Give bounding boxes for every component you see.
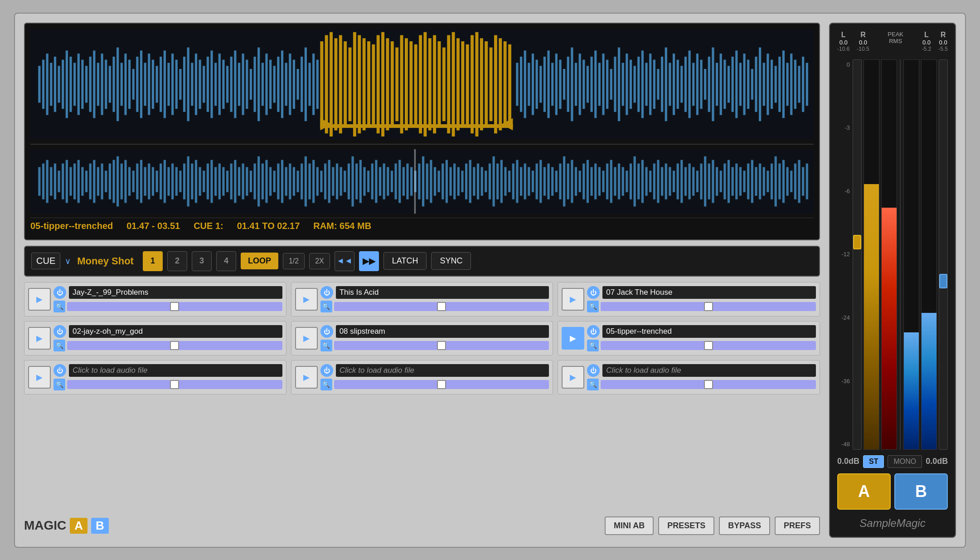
mini-ab-button[interactable]: MINI AB <box>605 516 654 535</box>
track-item-1-2: ▶ ⏻ This Is Acid 🔍 <box>291 282 553 317</box>
power-btn-1-2[interactable]: ⏻ <box>320 286 333 299</box>
track-slider-2-2[interactable] <box>334 341 549 350</box>
track-play-btn-2-3[interactable]: ▶ <box>562 327 584 350</box>
track-slider-1-2[interactable] <box>334 302 549 311</box>
track-top-1-2: ▶ ⏻ This Is Acid 🔍 <box>295 286 549 312</box>
power-btn-3-3[interactable]: ⏻ <box>587 364 600 377</box>
track-name-3-3[interactable]: Click to load audio file <box>602 364 816 377</box>
svg-rect-211 <box>105 171 107 192</box>
svg-rect-159 <box>677 59 679 108</box>
svg-rect-387 <box>794 164 796 200</box>
svg-rect-43 <box>203 66 205 102</box>
track-play-btn-1-1[interactable]: ▶ <box>28 288 51 311</box>
track-slider-3-3[interactable] <box>601 380 816 389</box>
zoom-btn-3-2[interactable]: 🔍 <box>320 379 332 390</box>
svg-rect-139 <box>598 63 601 106</box>
svg-rect-315 <box>512 164 514 200</box>
two-button[interactable]: 2X <box>309 253 330 269</box>
track-play-btn-2-1[interactable]: ▶ <box>28 327 51 350</box>
power-btn-2-1[interactable]: ⏻ <box>53 325 66 338</box>
track-name-2-1[interactable]: 02-jay-z-oh_my_god <box>69 325 282 338</box>
power-btn-2-2[interactable]: ⏻ <box>320 325 333 338</box>
cue-btn-4[interactable]: 4 <box>216 251 236 271</box>
prefs-button[interactable]: PREFS <box>775 516 820 535</box>
svg-rect-364 <box>704 156 706 207</box>
track-slider-2-1[interactable] <box>67 341 282 350</box>
power-btn-1-3[interactable]: ⏻ <box>587 286 600 299</box>
zoom-btn-1-3[interactable]: 🔍 <box>587 301 599 312</box>
svg-rect-356 <box>673 171 675 192</box>
track-play-btn-1-3[interactable]: ▶ <box>562 288 584 311</box>
track-slider-1-3[interactable] <box>601 302 816 311</box>
track-play-btn-3-1[interactable]: ▶ <box>28 366 51 389</box>
meter-bar-left-red <box>881 59 897 450</box>
svg-rect-334 <box>587 160 589 203</box>
svg-rect-62 <box>277 56 279 112</box>
svg-rect-271 <box>340 167 342 196</box>
track-play-btn-3-2[interactable]: ▶ <box>295 366 318 389</box>
zoom-btn-2-1[interactable]: 🔍 <box>53 340 65 351</box>
loop-button[interactable]: LOOP <box>241 253 278 269</box>
cue-btn-3[interactable]: 3 <box>192 251 212 271</box>
meter-bar-right-blue <box>903 59 919 450</box>
play-button[interactable]: ▶▶ <box>359 251 379 271</box>
track-slider-1-1[interactable] <box>67 302 282 311</box>
cue-dropdown-arrow[interactable]: ∨ <box>65 256 71 266</box>
track-play-btn-1-2[interactable]: ▶ <box>295 288 318 311</box>
fader-left[interactable] <box>853 59 862 450</box>
track-slider-3-1[interactable] <box>67 380 282 389</box>
ab-button-a[interactable]: A <box>837 473 891 510</box>
half-button[interactable]: 1/2 <box>283 253 305 269</box>
svg-rect-351 <box>653 164 655 200</box>
bypass-button[interactable]: BYPASS <box>719 516 770 535</box>
fader-right[interactable] <box>939 59 948 450</box>
prev-button[interactable]: ◄◄ <box>335 251 354 271</box>
cue-btn-1[interactable]: 1 <box>143 251 163 271</box>
svg-rect-35 <box>171 54 174 115</box>
track-name-1-1[interactable]: Jay-Z_-_99_Problems <box>69 286 282 299</box>
zoom-btn-3-1[interactable]: 🔍 <box>53 379 65 390</box>
zoom-btn-1-2[interactable]: 🔍 <box>320 301 332 312</box>
power-btn-1-1[interactable]: ⏻ <box>53 286 66 299</box>
svg-rect-182 <box>767 54 769 115</box>
track-slider-3-2[interactable] <box>334 380 549 389</box>
track-slider-2-3[interactable] <box>601 341 816 350</box>
scale-48: -48 <box>837 441 850 448</box>
power-btn-3-2[interactable]: ⏻ <box>320 364 333 377</box>
track-name-1-2[interactable]: This Is Acid <box>336 286 549 299</box>
zoom-btn-2-2[interactable]: 🔍 <box>320 340 332 351</box>
power-btn-3-1[interactable]: ⏻ <box>53 364 66 377</box>
zoom-btn-3-3[interactable]: 🔍 <box>587 379 599 390</box>
zoom-btn-2-3[interactable]: 🔍 <box>587 340 599 351</box>
svg-rect-151 <box>645 63 647 106</box>
svg-rect-117 <box>320 125 513 127</box>
track-play-btn-3-3[interactable]: ▶ <box>562 366 584 389</box>
svg-rect-95 <box>423 32 427 136</box>
ab-button-b[interactable]: B <box>894 473 948 510</box>
svg-rect-187 <box>786 63 789 106</box>
cue-button[interactable]: CUE <box>31 253 60 269</box>
track-name-1-3[interactable]: 07 Jack The House <box>602 286 816 299</box>
fader-right-thumb[interactable] <box>939 274 947 288</box>
power-btn-2-3[interactable]: ⏻ <box>587 325 600 338</box>
track-play-btn-2-2[interactable]: ▶ <box>295 327 318 350</box>
svg-rect-210 <box>101 164 103 200</box>
st-button[interactable]: ST <box>863 455 884 468</box>
sync-button[interactable]: SYNC <box>431 252 471 270</box>
presets-button[interactable]: PRESETS <box>658 516 714 535</box>
cue-btn-2[interactable]: 2 <box>167 251 187 271</box>
svg-rect-276 <box>359 160 362 203</box>
track-name-3-2[interactable]: Click to load audio file <box>336 364 549 377</box>
zoom-btn-1-1[interactable]: 🔍 <box>53 301 65 312</box>
fader-left-thumb[interactable] <box>853 235 861 249</box>
track-name-3-1[interactable]: Click to load audio file <box>69 364 282 377</box>
mono-button[interactable]: MONO <box>888 455 922 468</box>
track-name-2-2[interactable]: 08 slipstream <box>336 325 549 338</box>
waveform-top-svg <box>30 29 814 140</box>
track-name-2-3[interactable]: 05-tipper--trenched <box>602 325 816 338</box>
svg-rect-9 <box>69 56 72 112</box>
track-slider-row-2-1: 🔍 <box>53 340 282 351</box>
latch-button[interactable]: LATCH <box>383 252 427 270</box>
svg-rect-232 <box>187 156 189 207</box>
svg-rect-353 <box>661 167 663 196</box>
